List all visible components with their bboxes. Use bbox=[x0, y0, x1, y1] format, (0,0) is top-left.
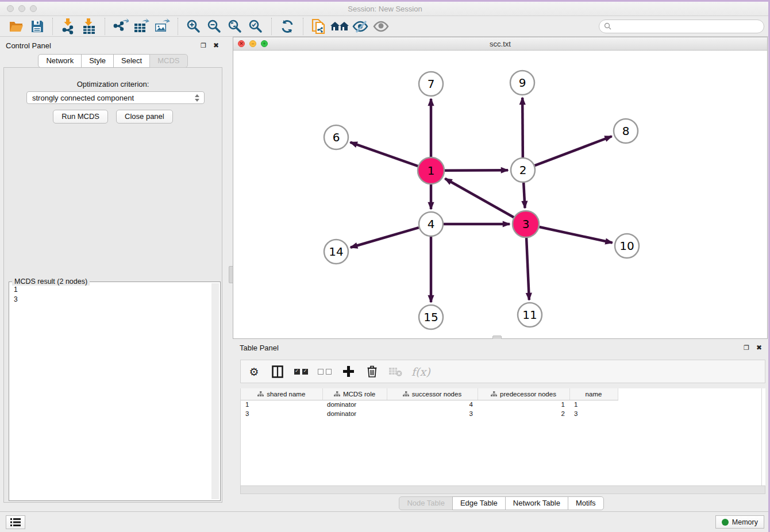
float-table-panel-icon[interactable]: ❐ bbox=[742, 344, 750, 352]
column-selector-icon[interactable] bbox=[270, 363, 285, 380]
graph-edge-1-6[interactable] bbox=[351, 142, 418, 166]
tab-network-table[interactable]: Network Table bbox=[505, 496, 568, 510]
column-header-shared-name[interactable]: shared name bbox=[241, 388, 322, 400]
network-home-icon[interactable] bbox=[329, 17, 350, 36]
table-vertical-scrollbar[interactable] bbox=[761, 388, 765, 485]
table-row[interactable]: 1dominator411 bbox=[241, 400, 618, 409]
graph-edge-2-8[interactable] bbox=[535, 136, 612, 165]
column-header-mcds-role[interactable]: MCDS role bbox=[322, 388, 387, 400]
import-table-icon[interactable] bbox=[79, 17, 99, 36]
control-panel-title: Control Panel bbox=[6, 41, 51, 50]
graph-edge-4-14[interactable] bbox=[351, 228, 419, 248]
graph-node-2[interactable]: 2 bbox=[511, 158, 535, 182]
tab-network[interactable]: Network bbox=[38, 54, 82, 68]
memory-label: Memory bbox=[732, 518, 758, 526]
apply-layout-icon[interactable] bbox=[277, 17, 298, 36]
table-cell: 1 bbox=[478, 400, 569, 409]
main-toolbar bbox=[0, 16, 770, 37]
column-header-predecessor-nodes[interactable]: predecessor nodes bbox=[478, 388, 569, 400]
toolbar-separator bbox=[178, 18, 178, 35]
function-builder-icon[interactable]: f(x) bbox=[411, 363, 430, 380]
table-row[interactable]: 3dominator323 bbox=[241, 409, 618, 418]
graph-node-label: 7 bbox=[428, 77, 435, 91]
tab-node-table[interactable]: Node Table bbox=[399, 496, 453, 510]
graph-node-10[interactable]: 10 bbox=[615, 234, 639, 258]
graph-node-label: 15 bbox=[424, 310, 438, 324]
toolbar-separator bbox=[105, 18, 105, 35]
optimization-criterion-select[interactable]: strongly connected component bbox=[26, 91, 205, 104]
table-toolbar: ⚙ f(x) bbox=[240, 360, 765, 383]
graph-edge-2-3[interactable] bbox=[523, 183, 525, 208]
tab-select[interactable]: Select bbox=[113, 54, 150, 68]
graph-node-4[interactable]: 4 bbox=[419, 212, 443, 236]
window-title: Session: New Session bbox=[0, 5, 770, 13]
task-history-button[interactable] bbox=[6, 515, 25, 529]
close-panel-button[interactable]: Close panel bbox=[116, 110, 173, 124]
graph-edge-3-10[interactable] bbox=[539, 227, 612, 242]
graph-edge-3-1[interactable] bbox=[445, 179, 514, 217]
tab-mcds[interactable]: MCDS bbox=[149, 54, 187, 68]
column-header-successor-nodes[interactable]: successor nodes bbox=[387, 388, 478, 400]
export-network-icon[interactable] bbox=[110, 17, 131, 36]
save-session-icon[interactable] bbox=[26, 17, 47, 36]
export-table-icon[interactable] bbox=[131, 17, 152, 36]
select-all-rows-icon[interactable] bbox=[294, 363, 309, 380]
table-settings-icon[interactable]: ⚙ bbox=[247, 363, 261, 380]
graph-node-9[interactable]: 9 bbox=[510, 71, 534, 95]
zoom-out-icon[interactable] bbox=[204, 17, 225, 36]
table-panel: Table Panel ❐ ✖ ⚙ f(x) shared nameMCDS r… bbox=[233, 339, 770, 510]
import-network-icon[interactable] bbox=[58, 17, 79, 36]
clone-network-icon[interactable] bbox=[309, 17, 329, 36]
graph-node-14[interactable]: 14 bbox=[324, 240, 348, 264]
graph-node-8[interactable]: 8 bbox=[614, 119, 638, 143]
node-table: shared nameMCDS rolesuccessor nodesprede… bbox=[241, 388, 618, 418]
show-all-icon[interactable] bbox=[371, 17, 391, 36]
open-session-icon[interactable] bbox=[6, 17, 26, 36]
table-cell: 3 bbox=[241, 409, 322, 418]
column-type-icon bbox=[257, 391, 264, 397]
add-column-icon[interactable] bbox=[341, 363, 356, 380]
delete-table-icon[interactable] bbox=[388, 363, 403, 380]
tab-edge-table[interactable]: Edge Table bbox=[452, 496, 506, 510]
graph-edge-2-9[interactable] bbox=[522, 98, 523, 157]
graph-node-7[interactable]: 7 bbox=[419, 72, 443, 96]
deselect-all-rows-icon[interactable] bbox=[317, 363, 332, 380]
result-scrollbar[interactable] bbox=[211, 283, 219, 499]
optimization-criterion-label: Optimization criterion: bbox=[4, 80, 222, 88]
network-canvas[interactable]: 7968124314101511 bbox=[233, 51, 767, 338]
search-box[interactable] bbox=[599, 20, 764, 33]
zoom-in-icon[interactable] bbox=[183, 17, 204, 36]
column-header-name[interactable]: name bbox=[569, 388, 618, 400]
mcds-result-line: 1 bbox=[14, 285, 210, 295]
graph-node-1[interactable]: 1 bbox=[418, 157, 444, 184]
table-horizontal-scrollbar[interactable] bbox=[240, 485, 765, 494]
graph-edge-1-2[interactable] bbox=[445, 170, 508, 171]
graph-node-3[interactable]: 3 bbox=[513, 211, 539, 237]
graph-node-11[interactable]: 11 bbox=[518, 303, 542, 327]
tab-motifs[interactable]: Motifs bbox=[568, 496, 604, 510]
memory-button[interactable]: Memory bbox=[715, 515, 764, 529]
status-bar: Memory bbox=[0, 511, 770, 532]
mcds-result-list[interactable]: 13 bbox=[10, 283, 211, 499]
column-header-label: predecessor nodes bbox=[500, 391, 556, 398]
table-cell: 2 bbox=[478, 409, 569, 418]
run-mcds-button[interactable]: Run MCDS bbox=[53, 110, 108, 124]
network-graph[interactable]: 7968124314101511 bbox=[233, 51, 767, 338]
delete-columns-icon[interactable] bbox=[364, 363, 379, 380]
table-panel-tabs: Node TableEdge TableNetwork TableMotifs bbox=[233, 496, 770, 510]
zoom-selected-icon[interactable] bbox=[245, 17, 266, 36]
zoom-fit-icon[interactable] bbox=[225, 17, 245, 36]
hide-selected-icon[interactable] bbox=[350, 17, 371, 36]
graph-edge-3-11[interactable] bbox=[526, 238, 529, 300]
list-icon bbox=[10, 518, 21, 526]
close-panel-icon[interactable]: ✖ bbox=[212, 41, 220, 49]
export-image-icon[interactable] bbox=[152, 17, 172, 36]
graph-node-6[interactable]: 6 bbox=[324, 125, 348, 149]
close-table-panel-icon[interactable]: ✖ bbox=[755, 344, 763, 352]
graph-node-15[interactable]: 15 bbox=[419, 305, 443, 329]
float-panel-icon[interactable]: ❐ bbox=[199, 42, 207, 49]
network-window-titlebar[interactable]: ✕ − + scc.txt bbox=[233, 37, 767, 51]
search-input[interactable] bbox=[614, 22, 759, 30]
tab-style[interactable]: Style bbox=[81, 54, 114, 68]
table-cell: 3 bbox=[569, 409, 618, 418]
